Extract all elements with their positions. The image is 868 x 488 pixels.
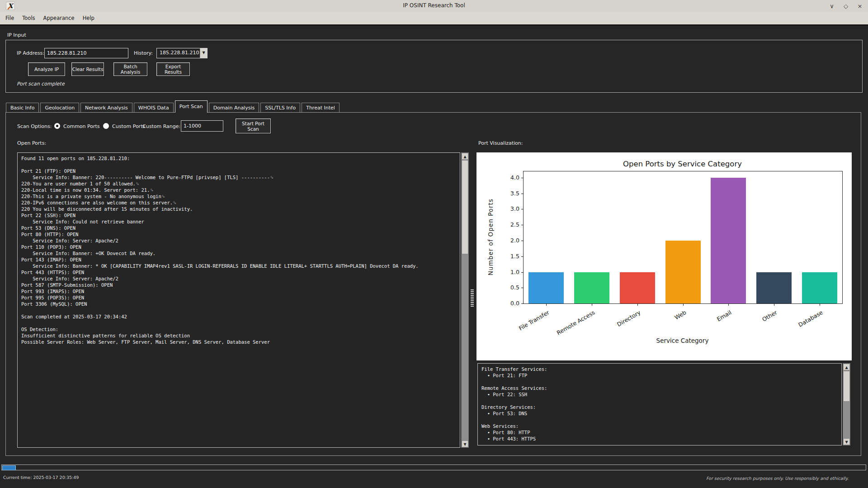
- services-scrollbar[interactable]: ▲ ▼: [843, 363, 850, 445]
- current-time-label: Current time: 2025-03-17 20:35:49: [3, 475, 79, 480]
- x-tick-mark: [683, 303, 684, 306]
- x-tick-mark: [592, 303, 592, 306]
- y-tick-label: 1.5: [500, 253, 519, 260]
- chart-bar-directory: [620, 272, 655, 304]
- tab-domain-analysis[interactable]: Domain Analysis: [209, 103, 259, 113]
- scroll-up-icon[interactable]: ▲: [843, 364, 850, 370]
- x-tick-mark: [728, 303, 729, 306]
- progress-bar: [1, 464, 866, 470]
- chart-bar-file-transfer: [528, 272, 564, 304]
- y-tick-mark: [521, 178, 524, 178]
- status-message: Port scan complete: [17, 81, 65, 87]
- tab-geolocation[interactable]: Geolocation: [40, 103, 79, 113]
- tab-threat-intel[interactable]: Threat Intel: [302, 103, 340, 113]
- custom-range-input[interactable]: [181, 120, 223, 132]
- port-visualization-label: Port Visualization:: [478, 140, 523, 146]
- history-combobox-value: 185.228.81.210: [160, 50, 199, 56]
- y-tick-mark: [521, 194, 524, 194]
- maximize-icon[interactable]: ◇: [842, 3, 849, 9]
- menu-item-appearance[interactable]: Appearance: [39, 15, 79, 21]
- analyze-ip-button[interactable]: Analyze IP: [28, 62, 65, 76]
- port-scan-results-text: Found 11 open ports on 185.228.81.210: P…: [18, 153, 460, 347]
- services-scrollbar-thumb[interactable]: [843, 371, 850, 402]
- radio-common-ports[interactable]: [54, 123, 60, 129]
- ip-address-label: IP Address:: [17, 50, 44, 56]
- tab-network-analysis[interactable]: Network Analysis: [80, 103, 132, 113]
- service-summary-text: File Transfer Services: • Port 21: FTP R…: [478, 364, 841, 444]
- y-tick-label: 4.0: [500, 174, 519, 181]
- y-tick-label: 0.0: [500, 300, 519, 307]
- close-icon[interactable]: ×: [856, 3, 863, 9]
- y-tick-mark: [521, 225, 524, 225]
- chart-bar-database: [802, 272, 837, 304]
- y-tick-mark: [521, 303, 524, 304]
- scroll-down-icon[interactable]: ▼: [843, 438, 850, 445]
- chart-x-axis-label: Service Category: [523, 337, 842, 344]
- y-tick-label: 2.5: [500, 221, 519, 228]
- x-tick-mark: [820, 303, 820, 306]
- y-tick-mark: [521, 288, 524, 288]
- window-controls: ∨ ◇ ×: [828, 0, 863, 12]
- ip-input-frame-label: IP Input: [7, 32, 26, 38]
- y-tick-label: 3.0: [500, 205, 519, 212]
- results-scrollbar[interactable]: ▲ ▼: [461, 152, 469, 448]
- y-tick-label: 1.0: [500, 269, 519, 275]
- chart-title: Open Ports by Service Category: [523, 160, 842, 168]
- export-results-button[interactable]: Export Results: [156, 62, 190, 76]
- chart-bar-other: [756, 272, 792, 304]
- start-port-scan-button[interactable]: Start Port Scan: [236, 118, 271, 133]
- scan-options-label: Scan Options:: [17, 123, 52, 129]
- pane-sash-grip[interactable]: [471, 289, 474, 307]
- menu-item-file[interactable]: File: [1, 15, 18, 21]
- scroll-down-icon[interactable]: ▼: [462, 441, 468, 447]
- menu-item-help[interactable]: Help: [79, 15, 99, 21]
- batch-analysis-button[interactable]: Batch Analysis: [113, 62, 147, 76]
- y-tick-mark: [521, 209, 524, 209]
- y-tick-mark: [521, 241, 524, 241]
- tab-port-scan[interactable]: Port Scan: [175, 100, 208, 113]
- radio-custom-ports[interactable]: [103, 123, 109, 129]
- chart-bar-email: [711, 178, 746, 303]
- x-tick-mark: [774, 303, 774, 306]
- scroll-up-icon[interactable]: ▲: [462, 153, 468, 160]
- chart-plot: 0.00.51.01.52.02.53.03.54.0File Transfer…: [523, 171, 843, 304]
- y-tick-label: 2.0: [500, 237, 519, 244]
- history-combobox[interactable]: 185.228.81.210 ▼: [156, 48, 208, 58]
- progress-bar-fill: [2, 465, 16, 470]
- minimize-icon[interactable]: ∨: [828, 3, 835, 9]
- disclaimer-label: For security research purposes only. Use…: [706, 476, 849, 481]
- tab-basic-info[interactable]: Basic Info: [6, 103, 39, 113]
- radio-dot: [56, 125, 58, 127]
- ip-address-input[interactable]: [44, 48, 128, 58]
- radio-common-ports-label[interactable]: Common Ports: [63, 123, 100, 129]
- x-tick-mark: [546, 303, 547, 306]
- title-bar[interactable]: X IP OSINT Research Tool ∨ ◇ ×: [0, 0, 868, 12]
- tab-bar: Basic InfoGeolocationNetwork AnalysisWHO…: [6, 100, 341, 113]
- menu-bar: FileToolsAppearanceHelp: [0, 12, 868, 26]
- custom-range-label: Custom Range:: [142, 123, 180, 129]
- history-label: History:: [134, 50, 153, 56]
- service-summary-textarea[interactable]: File Transfer Services: • Port 21: FTP R…: [477, 363, 842, 445]
- chart-y-axis-label: Number of Open Ports: [487, 199, 494, 275]
- tab-whois-data[interactable]: WHOIS Data: [134, 103, 174, 113]
- y-tick-label: 0.5: [500, 284, 519, 291]
- clear-results-button[interactable]: Clear Results: [71, 62, 104, 76]
- port-chart-figure: Open Ports by Service Category Number of…: [476, 152, 852, 360]
- y-tick-mark: [521, 256, 524, 257]
- application-window: { "window": { "title": "IP OSINT Researc…: [0, 0, 868, 488]
- chevron-down-icon[interactable]: ▼: [200, 48, 207, 58]
- y-tick-mark: [521, 272, 524, 273]
- tab-ssl-tls-info[interactable]: SSL/TLS Info: [260, 103, 300, 113]
- open-ports-label: Open Ports:: [17, 140, 46, 146]
- y-tick-label: 3.5: [500, 190, 519, 197]
- window-title: IP OSINT Research Tool: [0, 2, 868, 9]
- chart-bar-remote-access: [574, 272, 609, 304]
- port-scan-results-textarea[interactable]: Found 11 open ports on 185.228.81.210: P…: [17, 152, 460, 448]
- x-tick-mark: [637, 303, 638, 306]
- radio-custom-ports-label[interactable]: Custom Ports: [112, 123, 145, 129]
- menu-item-tools[interactable]: Tools: [18, 15, 39, 21]
- chart-bar-web: [665, 241, 701, 303]
- results-scrollbar-thumb[interactable]: [462, 160, 468, 254]
